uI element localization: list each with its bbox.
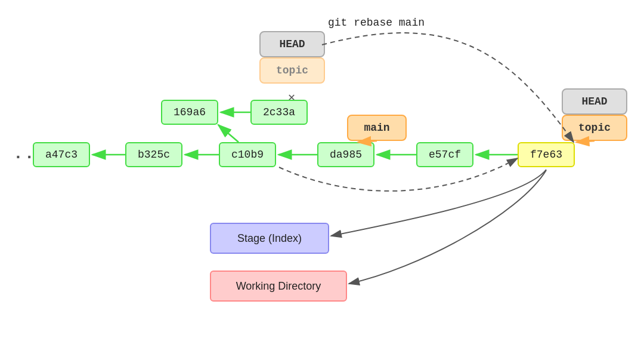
node-f7e63: f7e63 [518, 142, 575, 167]
git-command-label: git rebase main [328, 17, 425, 29]
node-c10b9: c10b9 [219, 142, 276, 167]
head-label-right: HEAD [562, 88, 627, 115]
node-e57cf: e57cf [416, 142, 473, 167]
node-a47c3: a47c3 [33, 142, 90, 167]
svg-line-11 [576, 141, 595, 142]
topic-label-right: topic [562, 115, 627, 141]
node-da985: da985 [317, 142, 374, 167]
topic-label-left: topic [259, 57, 325, 84]
node-b325c: b325c [125, 142, 182, 167]
main-label: main [347, 115, 407, 141]
node-2c33a: 2c33a [250, 100, 308, 125]
diagram-container: git rebase main HEAD topic ✕ HEAD topic … [0, 0, 644, 338]
node-169a6: 169a6 [161, 100, 218, 125]
node-workdir: Working Directory [210, 271, 347, 302]
node-stage: Stage (Index) [210, 223, 329, 254]
head-label-left: HEAD [259, 31, 325, 57]
svg-line-5 [218, 125, 239, 142]
